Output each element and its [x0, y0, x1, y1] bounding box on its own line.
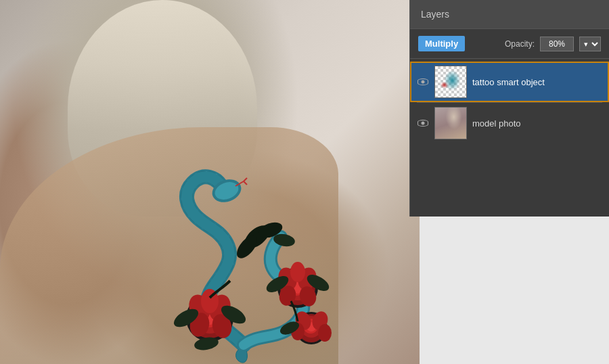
layer-thumbnail-model [434, 107, 467, 139]
layers-panel: Layers Multiply Opacity: ▾ tattoo smart … [409, 0, 609, 217]
tattoo-overlay [108, 156, 365, 364]
blend-opacity-row: Multiply Opacity: ▾ [410, 29, 609, 59]
visibility-icon-tattoo[interactable] [417, 76, 429, 88]
layer-item-model[interactable]: model photo [410, 103, 609, 143]
layers-list: tattoo smart object model photo [410, 59, 609, 146]
eye-icon-model [418, 120, 428, 127]
eye-icon-tattoo [418, 78, 428, 85]
layer-thumbnail-tattoo [434, 66, 467, 98]
layer-name-model: model photo [472, 118, 602, 129]
opacity-dropdown[interactable]: ▾ [579, 37, 601, 51]
layer-name-tattoo: tattoo smart object [472, 77, 602, 87]
opacity-input[interactable] [540, 37, 574, 51]
canvas-area: Layers Multiply Opacity: ▾ tattoo smart … [0, 0, 609, 364]
photo-background [0, 0, 420, 364]
layer-item-tattoo[interactable]: tattoo smart object [410, 62, 609, 102]
visibility-icon-model[interactable] [417, 117, 429, 129]
opacity-label: Opacity: [505, 39, 535, 49]
blend-mode-button[interactable]: Multiply [418, 36, 465, 51]
svg-point-35 [318, 324, 332, 342]
svg-point-22 [290, 262, 305, 282]
layers-panel-header: Layers [410, 0, 609, 29]
layers-panel-title: Layers [421, 9, 449, 20]
